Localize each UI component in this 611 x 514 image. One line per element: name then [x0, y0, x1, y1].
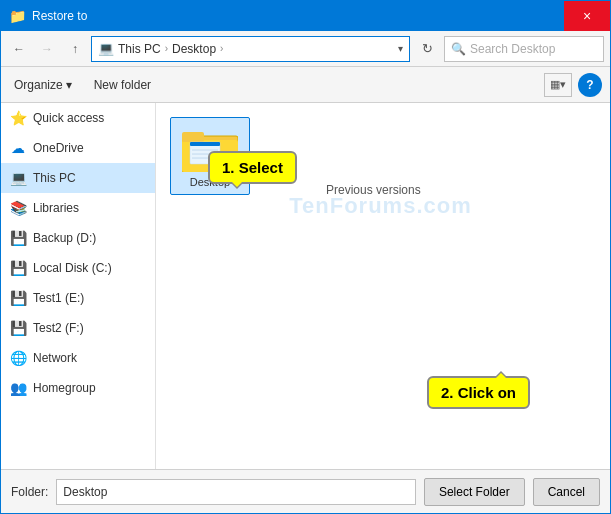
- forward-button[interactable]: →: [35, 37, 59, 61]
- callout-click-text: 2. Click on: [441, 384, 516, 401]
- svg-rect-3: [182, 132, 204, 142]
- view-button[interactable]: ▦ ▾: [544, 73, 572, 97]
- address-path[interactable]: 💻 This PC › Desktop › ▾: [91, 36, 410, 62]
- this-pc-label: This PC: [33, 171, 76, 185]
- sidebar-item-onedrive[interactable]: ☁ OneDrive: [1, 133, 155, 163]
- backup-icon: 💾: [9, 229, 27, 247]
- callout-select-text: 1. Select: [222, 159, 283, 176]
- this-pc-icon: 💻: [9, 169, 27, 187]
- folder-label: Folder:: [11, 485, 48, 499]
- test2-icon: 💾: [9, 319, 27, 337]
- new-folder-button[interactable]: New folder: [89, 75, 156, 95]
- folder-icon: 📁: [9, 8, 26, 24]
- previous-versions-label: Previous versions: [326, 183, 421, 197]
- view-icon: ▦: [550, 78, 560, 91]
- sidebar-item-this-pc[interactable]: 💻 This PC: [1, 163, 155, 193]
- sidebar-item-backup[interactable]: 💾 Backup (D:): [1, 223, 155, 253]
- libraries-label: Libraries: [33, 201, 79, 215]
- test1-icon: 💾: [9, 289, 27, 307]
- view-chevron: ▾: [560, 78, 566, 91]
- restore-to-window: 📁 Restore to × ← → ↑ 💻 This PC › Desktop…: [0, 0, 611, 514]
- local-disk-label: Local Disk (C:): [33, 261, 112, 275]
- sidebar-item-libraries[interactable]: 📚 Libraries: [1, 193, 155, 223]
- path-computer-icon: 💻: [98, 41, 114, 56]
- organize-button[interactable]: Organize ▾: [9, 75, 77, 95]
- close-button[interactable]: ×: [564, 1, 610, 31]
- network-label: Network: [33, 351, 77, 365]
- file-area: Desktop Previous versions 1. Select 2. C…: [156, 103, 610, 469]
- title-bar-left: 📁 Restore to: [9, 8, 87, 24]
- test2-label: Test2 (F:): [33, 321, 84, 335]
- path-dropdown-arrow[interactable]: ▾: [398, 43, 403, 54]
- search-icon: 🔍: [451, 42, 466, 56]
- local-disk-icon: 💾: [9, 259, 27, 277]
- help-button[interactable]: ?: [578, 73, 602, 97]
- organize-label: Organize: [14, 78, 63, 92]
- svg-rect-5: [190, 142, 220, 146]
- callout-click: 2. Click on: [427, 376, 530, 409]
- up-button[interactable]: ↑: [63, 37, 87, 61]
- back-button[interactable]: ←: [7, 37, 31, 61]
- search-box: 🔍 Search Desktop: [444, 36, 604, 62]
- libraries-icon: 📚: [9, 199, 27, 217]
- quick-access-icon: ⭐: [9, 109, 27, 127]
- cancel-button[interactable]: Cancel: [533, 478, 600, 506]
- title-bar: 📁 Restore to ×: [1, 1, 610, 31]
- select-folder-button[interactable]: Select Folder: [424, 478, 525, 506]
- path-chevron-2: ›: [220, 43, 223, 54]
- homegroup-icon: 👥: [9, 379, 27, 397]
- sidebar-item-homegroup[interactable]: 👥 Homegroup: [1, 373, 155, 403]
- refresh-button[interactable]: ↻: [414, 36, 440, 62]
- sidebar-item-test2[interactable]: 💾 Test2 (F:): [1, 313, 155, 343]
- callout-select: 1. Select: [208, 151, 297, 184]
- sidebar-item-quick-access[interactable]: ⭐ Quick access: [1, 103, 155, 133]
- test1-label: Test1 (E:): [33, 291, 84, 305]
- address-bar: ← → ↑ 💻 This PC › Desktop › ▾ ↻ 🔍 Search…: [1, 31, 610, 67]
- quick-access-label: Quick access: [33, 111, 104, 125]
- folder-input[interactable]: [56, 479, 416, 505]
- sidebar-item-local-disk[interactable]: 💾 Local Disk (C:): [1, 253, 155, 283]
- path-part-1: This PC: [118, 42, 161, 56]
- onedrive-icon: ☁: [9, 139, 27, 157]
- organize-chevron: ▾: [66, 78, 72, 92]
- content-area: TenForums.com ⭐ Quick access ☁ OneDrive …: [1, 103, 610, 469]
- network-icon: 🌐: [9, 349, 27, 367]
- bottom-bar: Folder: Select Folder Cancel: [1, 469, 610, 513]
- window-title: Restore to: [32, 9, 87, 23]
- toolbar-right: ▦ ▾ ?: [544, 73, 602, 97]
- onedrive-label: OneDrive: [33, 141, 84, 155]
- backup-label: Backup (D:): [33, 231, 96, 245]
- search-placeholder: Search Desktop: [470, 42, 555, 56]
- path-chevron-1: ›: [165, 43, 168, 54]
- path-part-2: Desktop: [172, 42, 216, 56]
- sidebar-item-network[interactable]: 🌐 Network: [1, 343, 155, 373]
- toolbar: Organize ▾ New folder ▦ ▾ ?: [1, 67, 610, 103]
- sidebar-item-test1[interactable]: 💾 Test1 (E:): [1, 283, 155, 313]
- sidebar: ⭐ Quick access ☁ OneDrive 💻 This PC 📚 Li…: [1, 103, 156, 469]
- homegroup-label: Homegroup: [33, 381, 96, 395]
